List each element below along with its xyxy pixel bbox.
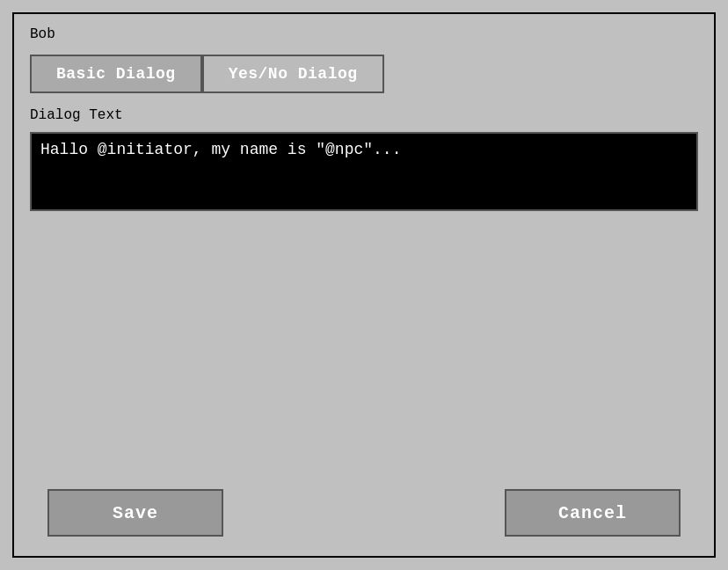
dialog-text-input[interactable] [30,132,698,211]
tab-bar: Basic Dialog Yes/No Dialog [30,55,698,93]
dialog-text-label: Dialog Text [30,107,698,123]
tab-yesno-dialog[interactable]: Yes/No Dialog [202,55,384,93]
save-button[interactable]: Save [47,489,223,537]
dialog-window: Bob Basic Dialog Yes/No Dialog Dialog Te… [12,12,716,558]
button-row: Save Cancel [30,489,698,537]
spacer [30,220,698,480]
window-title: Bob [30,26,698,42]
cancel-button[interactable]: Cancel [505,489,681,537]
tab-basic-dialog[interactable]: Basic Dialog [30,55,202,93]
